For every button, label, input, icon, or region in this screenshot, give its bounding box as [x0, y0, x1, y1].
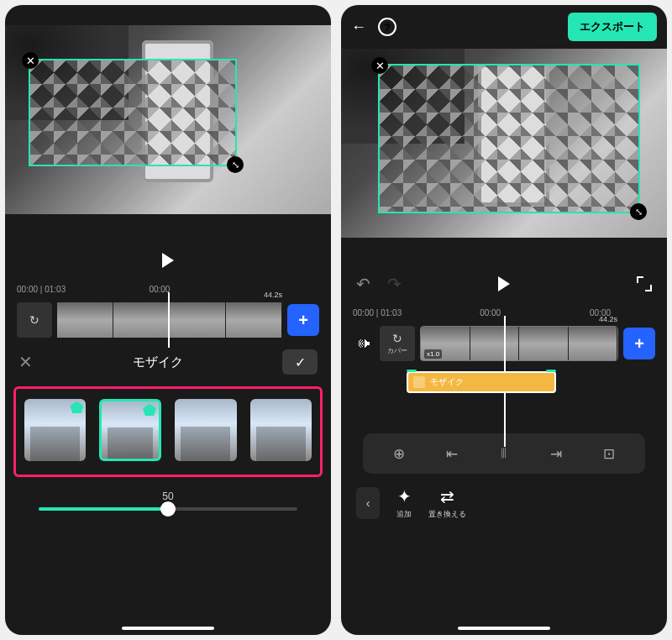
time-display: 00:00 | 01:03	[17, 285, 66, 294]
collapse-panel-button[interactable]: ‹	[356, 487, 380, 519]
fullscreen-button[interactable]	[637, 276, 652, 291]
timeline[interactable]: 🕪 ↻ カバー 44.2s x1.0 +	[341, 321, 667, 366]
back-icon[interactable]: ←	[351, 18, 366, 36]
time-marks: 00:00	[99, 285, 319, 294]
close-icon[interactable]: ✕	[18, 352, 33, 372]
refresh-icon: ↻	[29, 313, 39, 327]
mosaic-effect-icon	[413, 376, 425, 388]
mosaic-selection-box[interactable]: ✕ ⤡	[378, 64, 640, 213]
split-icon[interactable]: ⦀	[494, 445, 514, 462]
trim-right-icon[interactable]: ⇥	[546, 445, 566, 463]
audio-toggle-icon[interactable]: 🕪	[353, 333, 375, 354]
clip-speed-label: x1.0	[424, 349, 442, 359]
intensity-slider[interactable]: 50	[5, 482, 331, 527]
clip-duration-label: 44.2s	[599, 315, 617, 323]
home-indicator[interactable]	[458, 627, 550, 630]
add-effect-icon: ✦	[397, 486, 412, 506]
mosaic-overlay	[380, 66, 638, 212]
mosaic-overlay	[30, 60, 235, 165]
premium-badge-icon	[143, 404, 156, 416]
top-bar: ← ? エクスポート	[341, 5, 667, 49]
clip-duration-label: 44.2s	[264, 291, 282, 299]
replace-effect-icon: ⇄	[440, 486, 454, 506]
mosaic-style-1[interactable]	[24, 399, 86, 461]
confirm-button[interactable]: ✓	[282, 349, 318, 375]
mosaic-resize-handle[interactable]: ⤡	[227, 156, 244, 173]
mosaic-remove-handle[interactable]: ✕	[22, 52, 39, 69]
video-clip[interactable]: 44.2s	[57, 302, 282, 338]
panel-title: モザイク	[33, 354, 282, 370]
mosaic-selection-box[interactable]: ✕ ⤡	[29, 59, 237, 166]
playback-controls	[5, 239, 331, 281]
add-effect-button[interactable]: ✦ 追加	[396, 486, 412, 520]
mosaic-style-2[interactable]	[99, 399, 161, 461]
mosaic-style-3[interactable]	[175, 399, 236, 461]
export-button[interactable]: エクスポート	[568, 13, 657, 41]
home-indicator[interactable]	[122, 627, 214, 630]
trim-left-icon[interactable]: ⇤	[442, 445, 462, 463]
slider-value-label: 50	[39, 490, 297, 502]
settings-icon[interactable]: ⊡	[599, 445, 619, 463]
replace-effect-label: 置き換える	[428, 509, 466, 520]
undo-icon[interactable]: ↶	[356, 274, 370, 294]
video-preview[interactable]: ✕ ⤡	[341, 49, 667, 238]
copy-icon[interactable]: ⊕	[389, 445, 409, 463]
mosaic-style-4[interactable]	[250, 399, 312, 461]
play-button[interactable]	[498, 276, 510, 291]
time-display: 00:00 | 01:03	[353, 308, 402, 317]
cover-thumbnail[interactable]: ↻	[17, 302, 52, 338]
timeline-edit-screen: ← ? エクスポート ✕ ⤡ ↶ ↷ 00:00 | 01:03 00:00 0…	[341, 5, 667, 635]
help-icon[interactable]: ?	[378, 18, 396, 36]
cover-thumbnail[interactable]: ↻ カバー	[380, 326, 415, 361]
playhead[interactable]	[168, 292, 170, 348]
effect-track[interactable]: モザイク	[407, 371, 655, 396]
action-row: ‹ ✦ 追加 ⇄ 置き換える	[341, 479, 667, 527]
mosaic-resize-handle[interactable]: ⤡	[630, 203, 647, 220]
add-effect-label: 追加	[396, 509, 412, 520]
playback-controls: ↶ ↷	[341, 263, 667, 305]
refresh-icon: ↻	[392, 332, 402, 345]
premium-badge-icon	[70, 401, 83, 413]
mosaic-remove-handle[interactable]: ✕	[371, 57, 388, 74]
slider-fill	[39, 507, 168, 511]
time-marks: 00:00 00:00	[435, 308, 655, 317]
mosaic-styles-row	[13, 386, 323, 477]
replace-effect-button[interactable]: ⇄ 置き換える	[428, 486, 466, 520]
undo-redo-group: ↶ ↷	[356, 274, 402, 294]
slider-track[interactable]	[39, 507, 297, 511]
add-clip-button[interactable]: +	[623, 328, 655, 359]
video-preview[interactable]: ✕ ⤡	[5, 25, 331, 214]
mosaic-edit-screen: ✕ ⤡ 00:00 | 01:03 00:00 ↻ 44.2s + ✕ モザイク…	[5, 5, 331, 635]
cover-label: カバー	[387, 346, 407, 355]
play-button[interactable]	[162, 253, 174, 268]
effect-clip-label: モザイク	[430, 376, 464, 388]
slider-thumb[interactable]	[160, 501, 176, 517]
mosaic-panel-header: ✕ モザイク ✓	[5, 343, 331, 381]
add-clip-button[interactable]: +	[287, 304, 319, 336]
video-clip[interactable]: 44.2s x1.0	[420, 326, 618, 361]
mosaic-effect-clip[interactable]: モザイク	[407, 371, 556, 393]
timeline[interactable]: ↻ 44.2s +	[5, 297, 331, 343]
redo-icon[interactable]: ↷	[387, 274, 402, 294]
